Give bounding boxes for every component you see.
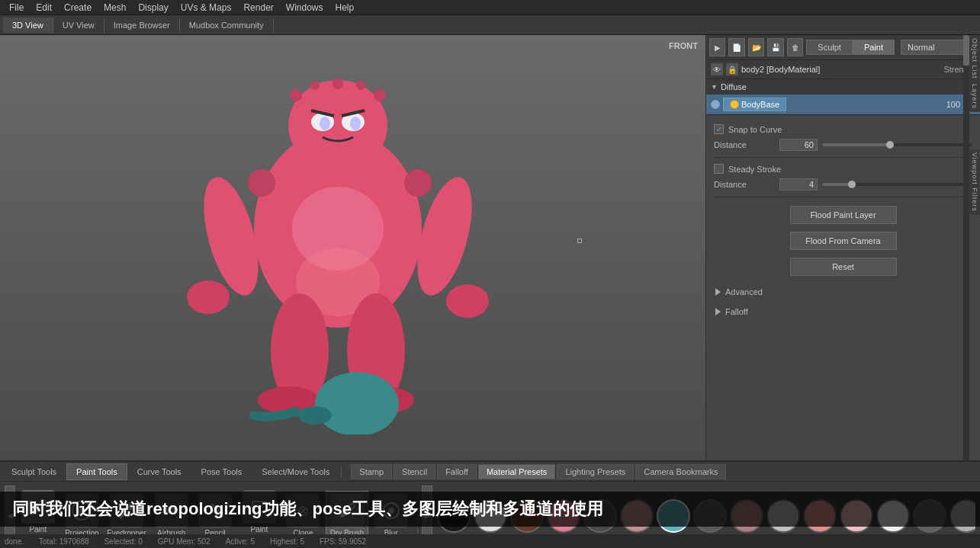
tab-sculpt-tools[interactable]: Sculpt Tools [2, 463, 66, 480]
menu-file[interactable]: File [3, 1, 30, 14]
menu-help[interactable]: Help [329, 1, 361, 14]
rp-toolbar: ▶ 📄 📂 💾 🗑 Sculpt Paint Normal [706, 35, 980, 60]
steady-distance-input[interactable] [779, 178, 818, 191]
body-base-label: BodyBase [741, 100, 779, 109]
menu-display[interactable]: Display [132, 1, 174, 14]
menu-mesh[interactable]: Mesh [98, 1, 132, 14]
advanced-triangle-icon [715, 288, 721, 296]
steady-stroke-checkbox[interactable] [714, 164, 724, 174]
divider-1 [714, 157, 972, 158]
svg-point-27 [356, 81, 365, 90]
viewport-orientation-label: FRONT [669, 41, 698, 50]
tab-paint-tools[interactable]: Paint Tools [66, 463, 127, 480]
status-gpu-mem: GPU Mem: 502 [158, 537, 210, 546]
view-tab-bar: 3D View UV View Image Browser Mudbox Com… [0, 15, 980, 35]
sculpt-paint-toggle: Sculpt Paint [806, 40, 895, 55]
menu-bar: File Edit Create Mesh Display UVs & Maps… [0, 0, 980, 15]
svg-point-22 [298, 406, 332, 425]
status-total: Total: 1970688 [39, 537, 89, 546]
tool-tab-bar: Sculpt Tools Paint Tools Curve Tools Pos… [0, 462, 980, 482]
layer-visibility-icon[interactable]: 👁 [711, 63, 723, 75]
tab-pose-tools[interactable]: Pose Tools [191, 463, 252, 480]
menu-render[interactable]: Render [237, 1, 279, 14]
reset-btn[interactable]: Reset [790, 258, 897, 276]
svg-point-24 [374, 89, 386, 101]
steady-stroke-label: Steady Stroke [728, 165, 781, 174]
tab-material-presets[interactable]: Material Presets [478, 464, 555, 479]
tab-image-browser[interactable]: Image Browser [104, 18, 180, 33]
snap-distance-slider[interactable] [822, 143, 972, 146]
snap-distance-label: Distance [714, 140, 775, 149]
svg-point-26 [310, 81, 320, 90]
tab-falloff[interactable]: Falloff [437, 464, 477, 479]
scrollbar-thumb[interactable] [963, 35, 969, 66]
falloff-collapse[interactable]: Falloff [714, 304, 972, 319]
tab-mudbox-community[interactable]: Mudbox Community [180, 18, 274, 33]
steady-distance-label: Distance [714, 180, 775, 189]
menu-uvs-maps[interactable]: UVs & Maps [175, 1, 238, 14]
rp-save-btn[interactable]: 💾 [767, 38, 783, 56]
object-list-vtab[interactable]: Object List [969, 35, 980, 82]
status-fps: FPS: 59.9052 [320, 537, 366, 546]
sculpt-btn[interactable]: Sculpt [806, 40, 853, 55]
steady-distance-slider[interactable] [822, 183, 972, 186]
rp-delete-btn[interactable]: 🗑 [787, 38, 803, 56]
tab-select-move-tools[interactable]: Select/Move Tools [252, 463, 339, 480]
svg-point-9 [248, 169, 275, 197]
layer-header: 👁 🔒 body2 [BodyMaterial] Strength [706, 60, 980, 79]
menu-create[interactable]: Create [58, 1, 98, 14]
rp-arrow-btn[interactable]: ▶ [709, 38, 725, 56]
viewport-filters-vtab[interactable]: Viewport Filters [969, 149, 980, 215]
tab-camera-bookmarks[interactable]: Camera Bookmarks [635, 464, 726, 479]
brush-tab-bar: Stamp Stencil Falloff Material Presets L… [351, 464, 726, 479]
layers-vtab[interactable]: Layers [969, 81, 980, 112]
properties-area: Snap to Curve Distance Steady Stroke Dis… [706, 115, 980, 460]
status-highest: Highest: 5 [270, 537, 304, 546]
snap-to-curve-checkbox[interactable] [714, 124, 724, 134]
advanced-collapse[interactable]: Advanced [714, 284, 972, 300]
rp-new-btn[interactable]: 📄 [728, 38, 744, 56]
viewport-3d[interactable]: FRONT [0, 35, 705, 460]
diffuse-header[interactable]: ▼ Diffuse [706, 79, 980, 95]
svg-point-2 [288, 80, 387, 171]
steady-stroke-row: Steady Stroke [714, 164, 972, 174]
snap-to-curve-label: Snap to Curve [728, 125, 782, 134]
tab-stencil[interactable]: Stencil [394, 464, 435, 479]
svg-point-5 [320, 117, 330, 130]
right-panel: ▶ 📄 📂 💾 🗑 Sculpt Paint Normal 👁 🔒 body2 … [705, 35, 980, 460]
menu-edit[interactable]: Edit [30, 1, 58, 14]
flood-paint-btn[interactable]: Flood Paint Layer [790, 206, 897, 224]
right-panel-scrollbar[interactable] [963, 35, 969, 460]
tab-lighting-presets[interactable]: Lighting Presets [557, 464, 634, 479]
tab-separator-1 [341, 466, 342, 477]
rp-folder-btn[interactable]: 📂 [748, 38, 764, 56]
status-done: done. [5, 537, 24, 546]
body-base-eye[interactable] [711, 100, 720, 109]
svg-point-13 [187, 280, 230, 314]
main-layout: FRONT ▶ 📄 📂 💾 🗑 Sculpt Paint Normal [0, 35, 980, 460]
tab-curve-tools[interactable]: Curve Tools [127, 463, 191, 480]
status-active: Active: 5 [226, 537, 255, 546]
paint-btn[interactable]: Paint [853, 40, 895, 55]
snap-distance-handle[interactable] [886, 141, 894, 149]
svg-point-25 [333, 79, 343, 89]
svg-point-14 [446, 284, 489, 318]
svg-point-21 [315, 372, 399, 434]
tab-stamp[interactable]: Stamp [351, 464, 392, 479]
tab-3d-view[interactable]: 3D View [3, 18, 53, 33]
subtitle-overlay: 同时我们还会说道retopologizing功能、pose工具、多图层绘制和多通… [0, 492, 980, 527]
body-base-btn[interactable]: BodyBase [723, 98, 786, 111]
tab-uv-view[interactable]: UV View [53, 18, 104, 33]
svg-point-23 [290, 89, 302, 101]
status-bar: done. Total: 1970688 Selected: 0 GPU Mem… [0, 534, 980, 548]
flood-camera-btn[interactable]: Flood From Camera [790, 232, 897, 250]
steady-distance-row: Distance [714, 178, 972, 191]
body-base-row: BodyBase 100 + [706, 95, 980, 114]
layer-lock-icon[interactable]: 🔒 [726, 63, 738, 75]
divider-2 [714, 197, 972, 197]
svg-point-10 [404, 169, 432, 197]
menu-windows[interactable]: Windows [280, 1, 329, 14]
diffuse-label: Diffuse [721, 82, 747, 91]
steady-distance-handle[interactable] [848, 181, 856, 188]
snap-distance-input[interactable] [779, 139, 818, 151]
